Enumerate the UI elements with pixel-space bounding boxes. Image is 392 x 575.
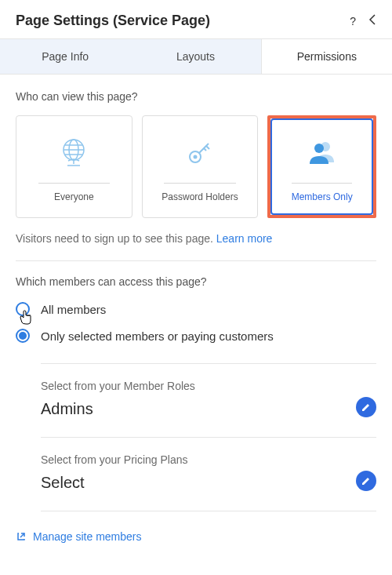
pencil-icon	[361, 475, 372, 486]
members-icon	[305, 134, 339, 172]
plans-value: Select	[41, 474, 376, 492]
svg-point-13	[314, 144, 324, 153]
radio-all-members[interactable]: All members	[16, 302, 376, 316]
radio-selected-label: Only selected members or paying customer…	[41, 329, 274, 343]
header-actions: ?	[350, 14, 376, 27]
card-divider	[292, 183, 352, 184]
roles-value: Admins	[41, 400, 376, 418]
globe-icon	[56, 134, 91, 172]
radio-all-label: All members	[41, 303, 106, 316]
edit-plans-button[interactable]	[356, 471, 376, 491]
access-section-title: Which members can access this page?	[16, 275, 376, 288]
member-access-section: Which members can access this page? All …	[0, 261, 392, 363]
member-roles-block: Select from your Member Roles Admins	[41, 363, 376, 437]
card-password[interactable]: Password Holders	[142, 115, 259, 218]
manage-members-link[interactable]: Manage site members	[0, 511, 392, 562]
roles-label: Select from your Member Roles	[41, 380, 376, 392]
external-link-icon	[16, 531, 27, 542]
view-section-title: Who can view this page?	[16, 90, 376, 103]
card-divider	[164, 183, 235, 184]
pencil-icon	[361, 402, 372, 413]
tab-page-info[interactable]: Page Info	[0, 39, 130, 74]
svg-line-11	[204, 148, 206, 151]
page-header: Page Settings (Service Page) ?	[0, 0, 392, 38]
card-password-label: Password Holders	[162, 191, 238, 202]
tab-permissions[interactable]: Permissions	[261, 39, 392, 74]
card-divider	[38, 183, 110, 184]
back-icon[interactable]	[368, 14, 376, 27]
highlight-box: Members Only	[267, 115, 376, 218]
edit-roles-button[interactable]	[356, 397, 376, 417]
radio-selected-members[interactable]: Only selected members or paying customer…	[16, 329, 376, 343]
signup-hint: Visitors need to sign up to see this pag…	[0, 218, 392, 260]
manage-members-label: Manage site members	[33, 530, 142, 543]
tabs-bar: Page Info Layouts Permissions	[0, 38, 392, 75]
help-icon[interactable]: ?	[350, 15, 356, 27]
card-members-label: Members Only	[292, 191, 353, 202]
card-members-only[interactable]: Members Only	[270, 118, 373, 215]
card-everyone-label: Everyone	[54, 191, 94, 202]
page-title: Page Settings (Service Page)	[16, 13, 210, 29]
tab-layouts[interactable]: Layouts	[130, 39, 260, 74]
svg-point-8	[194, 155, 198, 159]
svg-line-10	[206, 146, 209, 149]
learn-more-link[interactable]: Learn more	[216, 232, 273, 245]
hint-text: Visitors need to sign up to see this pag…	[16, 232, 216, 245]
radio-icon	[16, 302, 30, 316]
plans-label: Select from your Pricing Plans	[41, 453, 376, 466]
radio-icon-selected	[16, 329, 30, 343]
view-permission-section: Who can view this page? Everyone	[0, 75, 392, 218]
view-option-cards: Everyone Password Holders	[16, 115, 376, 218]
pricing-plans-block: Select from your Pricing Plans Select	[41, 437, 376, 511]
key-icon	[183, 134, 217, 172]
card-everyone[interactable]: Everyone	[16, 115, 132, 218]
selection-subsection: Select from your Member Roles Admins Sel…	[25, 363, 392, 511]
